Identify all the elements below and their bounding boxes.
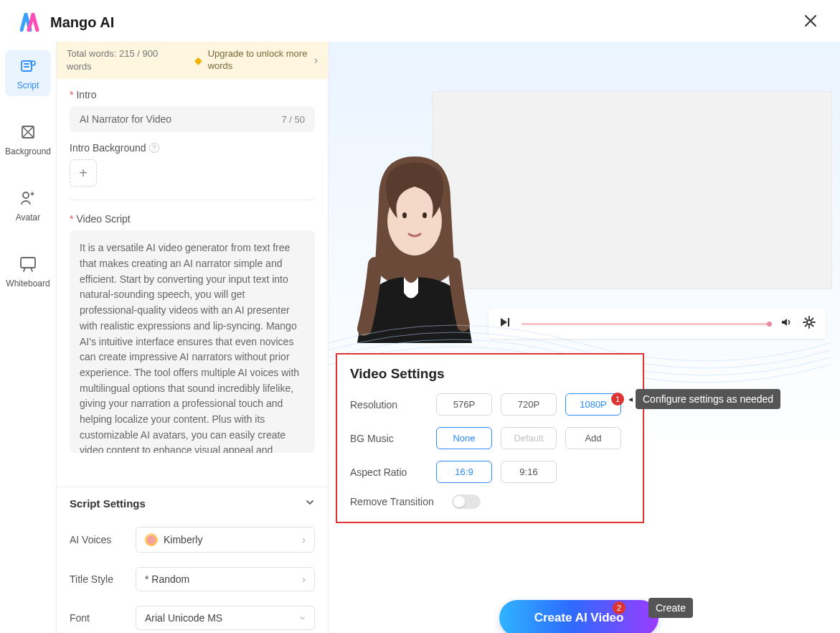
svg-point-3	[23, 192, 29, 198]
upgrade-text: Upgrade to unlock more words	[208, 48, 308, 72]
background-icon	[18, 122, 38, 142]
callout-2: 2 Create	[613, 598, 693, 618]
title-style-select[interactable]: * Random ›	[136, 567, 315, 591]
avatar-icon	[18, 188, 38, 208]
intro-input[interactable]	[80, 113, 281, 125]
callout-1: 1 ◂ Configure settings as needed	[611, 389, 780, 409]
sidebar-tab-label: Whiteboard	[6, 278, 49, 289]
callout-text-2: Create	[648, 598, 693, 618]
script-panel: Total words: 215 / 900 words ◆ Upgrade t…	[56, 42, 329, 633]
help-icon[interactable]: ?	[149, 143, 159, 153]
video-settings-panel: Video Settings Resolution 576P 720P 1080…	[336, 353, 644, 523]
close-button[interactable]	[801, 10, 820, 34]
script-settings-header[interactable]: Script Settings	[57, 487, 328, 520]
sidebar-tab-avatar[interactable]: Avatar	[5, 182, 51, 228]
ai-voices-label: AI Voices	[70, 534, 126, 545]
word-count-bar: Total words: 215 / 900 words ◆ Upgrade t…	[57, 42, 328, 79]
video-script-textarea[interactable]: It is a versatile AI video generator fro…	[70, 230, 315, 453]
svg-rect-0	[22, 61, 32, 71]
intro-input-row[interactable]: 7 / 50	[70, 106, 315, 132]
aspect-16-9[interactable]: 16:9	[436, 461, 492, 483]
intro-bg-label: Intro Background ?	[70, 142, 315, 154]
sidebar-tab-background[interactable]: Background	[5, 116, 51, 162]
chevron-right-icon: ›	[314, 54, 318, 67]
video-settings-title: Video Settings	[350, 366, 630, 382]
callout-badge-1: 1	[611, 393, 624, 405]
voice-avatar-icon	[145, 533, 158, 546]
sidebar-tab-label: Script	[17, 80, 39, 90]
bgmusic-label: BG Music	[350, 433, 428, 444]
sidebar-tab-whiteboard[interactable]: Whiteboard	[5, 248, 51, 294]
aspect-label: Aspect Ratio	[350, 466, 428, 478]
svg-point-6	[402, 212, 407, 218]
bgmusic-default[interactable]: Default	[501, 427, 557, 449]
sidebar-tab-label: Background	[5, 146, 51, 156]
resolution-576p[interactable]: 576P	[436, 393, 492, 416]
word-count-text: Total words: 215 / 900 words	[67, 47, 174, 73]
add-background-button[interactable]: +	[70, 159, 97, 187]
chevron-down-icon	[305, 497, 315, 510]
video-script-label: *Video Script	[70, 213, 315, 225]
chevron-right-icon: ›	[302, 534, 306, 545]
resolution-label: Resolution	[350, 399, 428, 411]
bgmusic-none[interactable]: None	[436, 427, 492, 449]
resolution-720p[interactable]: 720P	[501, 393, 557, 416]
upgrade-link[interactable]: ◆ Upgrade to unlock more words ›	[194, 48, 318, 72]
brand-logo: Mango AI	[20, 13, 114, 32]
svg-rect-4	[21, 258, 35, 268]
sidebar: Script Background Avatar Whiteboard	[0, 42, 56, 633]
chevron-right-icon: ›	[302, 573, 306, 585]
callout-badge-2: 2	[613, 601, 626, 614]
remove-transition-label: Remove Transition	[350, 496, 443, 507]
font-select[interactable]: Arial Unicode MS ›	[136, 606, 315, 630]
font-label: Font	[70, 612, 126, 624]
remove-transition-toggle[interactable]	[452, 494, 481, 509]
brand-name: Mango AI	[50, 14, 114, 31]
title-style-label: Title Style	[70, 573, 126, 585]
diamond-icon: ◆	[194, 55, 202, 66]
sidebar-tab-label: Avatar	[16, 212, 40, 222]
svg-point-7	[423, 212, 427, 218]
chevron-down-icon: ›	[298, 616, 310, 620]
aspect-9-16[interactable]: 9:16	[501, 461, 557, 483]
preview-area: Video Settings Resolution 576P 720P 1080…	[329, 42, 840, 633]
whiteboard-icon	[18, 254, 38, 274]
bgmusic-add[interactable]: Add	[565, 427, 621, 449]
intro-label: *Intro	[70, 89, 315, 100]
ai-voices-select[interactable]: Kimberly ›	[136, 527, 315, 553]
sidebar-tab-script[interactable]: Script	[5, 50, 51, 96]
intro-counter: 7 / 50	[281, 114, 305, 125]
callout-text-1: Configure settings as needed	[636, 389, 780, 409]
script-icon	[18, 56, 38, 76]
